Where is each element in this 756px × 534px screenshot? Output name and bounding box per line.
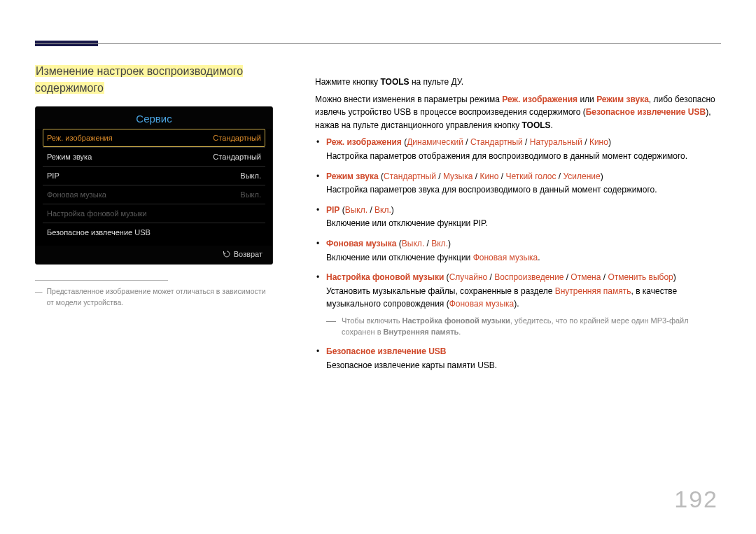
subnote-text: Чтобы включить Настройка фоновой музыки,…: [342, 315, 721, 338]
tv-menu-row-label: Фоновая музыка: [47, 190, 106, 199]
footnote-dash: ―: [35, 286, 43, 309]
tv-menu-row[interactable]: PIPВыкл.: [43, 166, 265, 185]
option-head: PIP (Выкл. / Вкл.): [326, 204, 721, 217]
option-head: Настройка фоновой музыки (Случайно / Вос…: [326, 271, 721, 284]
intro-2bold: TOOLS: [522, 120, 550, 130]
option-head: Фоновая музыка (Выкл. / Вкл.): [326, 237, 721, 251]
tv-menu-row[interactable]: Фоновая музыкаВыкл.: [43, 185, 265, 204]
option-desc: Установить музыкальные файлы, сохраненны…: [326, 285, 721, 311]
option-head: Безопасное извлечение USB: [326, 345, 721, 358]
tv-menu-footer-label: Возврат: [234, 250, 262, 258]
left-footnote: ― Представленное изображение может отлич…: [35, 286, 273, 309]
section-title: Изменение настроек воспроизводимого соде…: [35, 65, 243, 94]
tv-menu-row-value: Стандартный: [213, 153, 261, 161]
intro-2b: или: [578, 94, 596, 104]
tv-menu-row-label: Настройка фоновой музыки: [47, 209, 147, 218]
page-number: 192: [674, 486, 718, 513]
option-desc: Настройка параметров отображения для вос…: [326, 150, 721, 163]
option-desc: Включение или отключение функции Фоновая…: [326, 251, 721, 265]
intro-1-pre: Нажмите кнопку: [315, 77, 380, 87]
option-item: Настройка фоновой музыки (Случайно / Вос…: [315, 271, 721, 338]
intro-1-post: на пульте ДУ.: [410, 77, 464, 87]
tv-menu-row[interactable]: Режим звукаСтандартный: [43, 147, 265, 166]
options-list: Реж. изображения (Динамический / Стандар…: [315, 136, 721, 372]
intro-2a: Можно внести изменения в параметры режим…: [315, 94, 502, 104]
subnote-dash: ―: [326, 315, 336, 338]
intro-1-bold: TOOLS: [380, 77, 409, 87]
return-icon: [223, 250, 231, 258]
option-item: Безопасное извлечение USBБезопасное извл…: [315, 345, 721, 372]
tv-menu-header: Сервис: [36, 107, 272, 129]
left-column: Изменение настроек воспроизводимого соде…: [35, 63, 273, 309]
footnote-rule: [35, 280, 168, 281]
tv-menu-row-label: Безопасное извлечение USB: [47, 228, 150, 237]
option-desc: Включение или отключение функции PIP.: [326, 217, 721, 230]
option-item: Реж. изображения (Динамический / Стандар…: [315, 136, 721, 162]
tv-menu-row[interactable]: Реж. изображенияСтандартный: [43, 129, 265, 147]
header-rule: [35, 43, 721, 44]
tv-menu-footer: Возврат: [36, 246, 272, 264]
tv-menu-row-label: Режим звука: [47, 153, 92, 161]
option-head: Режим звука (Стандартный / Музыка / Кино…: [326, 170, 721, 183]
tv-menu-row-value: Выкл.: [240, 171, 261, 180]
option-item: Режим звука (Стандартный / Музыка / Кино…: [315, 170, 721, 197]
tv-menu-row[interactable]: Безопасное извлечение USB: [43, 223, 265, 241]
tv-menu-row-value: Выкл.: [240, 190, 261, 199]
intro-2r3: Безопасное извлечение USB: [586, 107, 706, 117]
option-desc: Безопасное извлечение карты памяти USB.: [326, 359, 721, 372]
intro-line-1: Нажмите кнопку TOOLS на пульте ДУ.: [315, 76, 721, 89]
intro-2e: .: [551, 120, 553, 130]
tv-menu-row-label: Реж. изображения: [47, 134, 113, 142]
tv-menu-row-label: PIP: [47, 171, 59, 180]
intro-2r1: Реж. изображения: [502, 94, 578, 104]
tv-menu-body: Реж. изображенияСтандартныйРежим звукаСт…: [36, 129, 272, 246]
tv-menu: Сервис Реж. изображенияСтандартныйРежим …: [35, 106, 273, 265]
left-footnote-text: Представленное изображение может отличат…: [47, 286, 274, 309]
option-item: PIP (Выкл. / Вкл.)Включение или отключен…: [315, 204, 721, 230]
option-head: Реж. изображения (Динамический / Стандар…: [326, 136, 721, 149]
option-subnote: ―Чтобы включить Настройка фоновой музыки…: [326, 315, 721, 338]
section-title-wrap: Изменение настроек воспроизводимого соде…: [35, 63, 273, 97]
right-column: Нажмите кнопку TOOLS на пульте ДУ. Можно…: [315, 76, 721, 379]
tv-menu-row[interactable]: Настройка фоновой музыки: [43, 204, 265, 223]
intro-2r2: Режим звука: [596, 94, 649, 104]
option-desc: Настройка параметров звука для воспроизв…: [326, 183, 721, 197]
tv-menu-row-value: Стандартный: [213, 134, 261, 142]
option-item: Фоновая музыка (Выкл. / Вкл.)Включение и…: [315, 237, 721, 264]
intro-line-2: Можно внести изменения в параметры режим…: [315, 93, 721, 132]
